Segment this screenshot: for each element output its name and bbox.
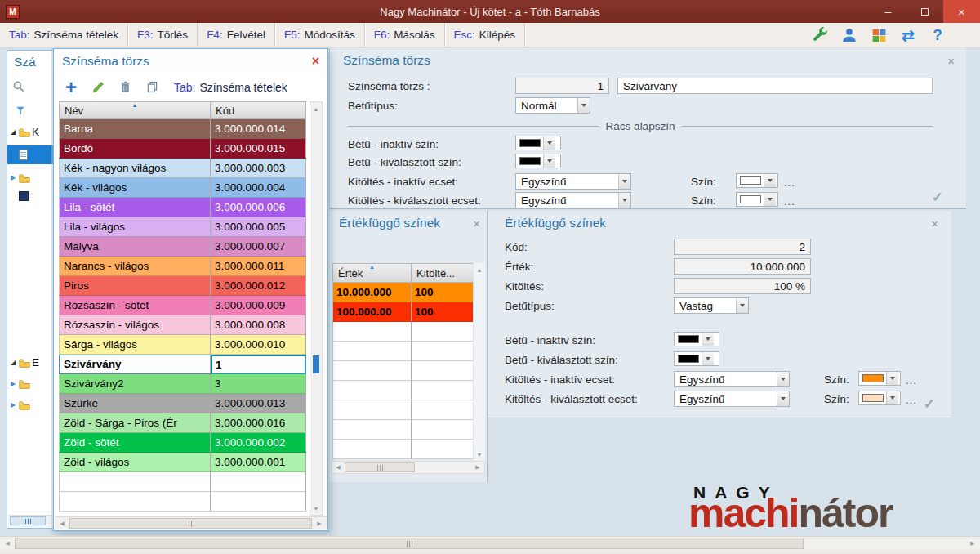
more-button[interactable]: ... xyxy=(906,374,917,386)
copy-button[interactable] xyxy=(144,79,160,96)
font-selected-color-dropdown[interactable] xyxy=(515,154,561,168)
close-icon[interactable]: × xyxy=(947,55,955,67)
kitoltes-field[interactable]: 100 % xyxy=(674,278,811,294)
column-header-ertek[interactable]: Érték ▲ xyxy=(332,263,412,283)
scheme-row-code[interactable]: 1 xyxy=(211,355,306,374)
vertical-scrollbar[interactable]: ▲ ▼ xyxy=(310,101,323,516)
tree-item[interactable]: ▶ xyxy=(7,168,56,187)
scheme-row[interactable]: Szivárvány23 xyxy=(59,374,306,394)
scheme-id-field[interactable]: 1 xyxy=(515,78,609,94)
scheme-row[interactable]: Kék - nagyon világos3.000.000.003 xyxy=(59,159,306,178)
column-header-kod[interactable]: Kód xyxy=(211,101,306,119)
scrollbar-thumb[interactable] xyxy=(10,516,46,525)
tree-item[interactable]: ◢K xyxy=(7,123,56,141)
tab-scheme-items[interactable]: Tab:Színséma tételek xyxy=(174,81,287,94)
toolbar-item-esc[interactable]: Esc:Kilépés xyxy=(445,23,526,47)
scheme-row[interactable]: Zöld - sötét3.000.000.002 xyxy=(59,433,306,453)
tree-item[interactable]: ◢E xyxy=(7,353,56,372)
toolbar-item-f6[interactable]: F6:Másolás xyxy=(365,23,445,47)
scroll-down-icon[interactable]: ▼ xyxy=(310,503,322,514)
scrollbar-thumb[interactable] xyxy=(15,538,804,549)
edit-button[interactable] xyxy=(90,79,106,96)
value-row[interactable]: 100.000.00100 xyxy=(332,302,475,322)
tree-item[interactable] xyxy=(7,186,56,205)
column-header-nev[interactable]: Név ▲ xyxy=(59,101,211,119)
close-icon[interactable]: × xyxy=(473,217,480,230)
scheme-row[interactable]: Szivárvány1 xyxy=(59,355,306,374)
sync-icon[interactable]: ⇄ xyxy=(898,25,918,45)
more-button[interactable]: ... xyxy=(784,195,795,208)
fill-inactive-brush-dropdown[interactable]: Egyszínű xyxy=(515,173,631,190)
scheme-row[interactable]: Narancs - világos3.000.000.011 xyxy=(59,257,306,276)
tree-expander-icon[interactable]: ▶ xyxy=(9,380,17,387)
palette-icon[interactable] xyxy=(869,25,889,45)
scroll-right-icon[interactable]: ▶ xyxy=(472,462,483,473)
ertek-field[interactable]: 10.000.000 xyxy=(674,258,811,275)
tree-expander-icon[interactable]: ▶ xyxy=(9,401,17,409)
scheme-name-field[interactable]: Szivárvány xyxy=(617,78,933,94)
toolbar-item-f3[interactable]: F3:Törlés xyxy=(128,23,198,47)
tree-expander-icon[interactable]: ▶ xyxy=(9,174,17,181)
scrollbar-thumb[interactable] xyxy=(69,518,312,529)
add-button[interactable]: + xyxy=(63,79,79,96)
scrollbar-thumb[interactable] xyxy=(345,462,415,472)
scheme-row[interactable]: Zöld - világos3.000.000.001 xyxy=(59,453,306,472)
minimize-button[interactable]: – xyxy=(870,0,906,23)
scheme-window-titlebar[interactable]: Színséma törzs × xyxy=(54,49,327,74)
scheme-row[interactable]: Zöld - Sárga - Piros (Ér3.000.000.016 xyxy=(59,413,306,433)
scheme-row[interactable]: Piros3.000.000.012 xyxy=(59,276,306,296)
fill-selected-brush-dropdown[interactable]: Egyszínű xyxy=(515,192,631,208)
more-button[interactable]: ... xyxy=(784,176,795,189)
fill-inactive-color-dropdown[interactable] xyxy=(736,173,778,188)
maximize-button[interactable] xyxy=(906,0,943,23)
more-button[interactable]: ... xyxy=(906,394,917,406)
scroll-left-icon[interactable]: ◀ xyxy=(56,518,68,529)
font-inactive-color-dropdown[interactable] xyxy=(515,136,561,150)
help-icon[interactable]: ? xyxy=(928,25,947,45)
close-icon[interactable]: × xyxy=(312,54,319,69)
scheme-row[interactable]: Mályva3.000.000.007 xyxy=(59,237,306,257)
fill-inactive-color-dropdown[interactable] xyxy=(858,371,901,386)
delete-button[interactable] xyxy=(117,79,133,96)
filter-icon[interactable] xyxy=(15,105,26,119)
fill-selected-color-dropdown[interactable] xyxy=(736,192,778,207)
scheme-row[interactable]: Rózsaszín - sötét3.000.000.009 xyxy=(59,296,306,315)
titlebar[interactable]: M Nagy Machinátor - Új kötet - a - Tóth … xyxy=(0,0,980,23)
horizontal-scrollbar[interactable]: ◀ ▶ xyxy=(55,516,327,529)
scheme-row[interactable]: Lila - sötét3.000.000.006 xyxy=(59,198,306,217)
confirm-check-icon[interactable]: ✓ xyxy=(924,395,935,413)
scroll-up-icon[interactable]: ▲ xyxy=(310,103,322,114)
scheme-row[interactable]: Barna3.000.000.014 xyxy=(59,119,306,139)
search-icon[interactable] xyxy=(12,80,25,96)
column-header-kitoltes[interactable]: Kitölté... xyxy=(412,263,475,283)
value-row[interactable]: 10.000.000100 xyxy=(332,283,475,302)
scheme-row[interactable]: Bordó3.000.000.015 xyxy=(59,139,306,159)
font-type-dropdown[interactable]: Vastag xyxy=(674,297,749,314)
tools-icon[interactable] xyxy=(810,25,830,45)
scheme-row[interactable]: Sárga - világos3.000.000.010 xyxy=(59,335,306,355)
scroll-right-icon[interactable]: ▶ xyxy=(967,538,978,549)
scroll-left-icon[interactable]: ◀ xyxy=(2,538,13,549)
tree-expander-icon[interactable]: ◢ xyxy=(9,128,17,136)
tree-expander-icon[interactable]: ◢ xyxy=(9,359,17,366)
scroll-right-icon[interactable]: ▶ xyxy=(314,518,325,529)
font-inactive-color-dropdown[interactable] xyxy=(674,332,719,346)
confirm-check-icon[interactable]: ✓ xyxy=(932,189,943,206)
scheme-row[interactable]: Lila - világos3.000.000.005 xyxy=(59,217,306,237)
fill-inactive-brush-dropdown[interactable]: Egyszínű xyxy=(674,371,790,387)
close-button[interactable]: × xyxy=(943,0,980,23)
fill-selected-brush-dropdown[interactable]: Egyszínű xyxy=(674,391,790,407)
vertical-scrollbar[interactable]: ▲ ▼ xyxy=(473,263,485,461)
horizontal-scrollbar[interactable] xyxy=(8,515,54,527)
scroll-left-icon[interactable]: ◀ xyxy=(332,462,344,473)
scheme-row[interactable]: Szürke3.000.000.013 xyxy=(59,394,306,413)
toolbar-item-f4[interactable]: F4:Felvétel xyxy=(198,23,275,47)
scroll-up-icon[interactable]: ▲ xyxy=(474,264,485,275)
tree-item[interactable]: ▶ xyxy=(7,395,56,414)
close-icon[interactable]: × xyxy=(931,217,938,230)
font-type-dropdown[interactable]: Normál xyxy=(515,97,590,114)
user-icon[interactable] xyxy=(840,25,859,45)
main-horizontal-scrollbar[interactable]: ◀ ▶ xyxy=(0,536,980,550)
fill-selected-color-dropdown[interactable] xyxy=(858,391,901,405)
scheme-row[interactable]: Rózsaszín - világos3.000.000.008 xyxy=(59,315,306,335)
